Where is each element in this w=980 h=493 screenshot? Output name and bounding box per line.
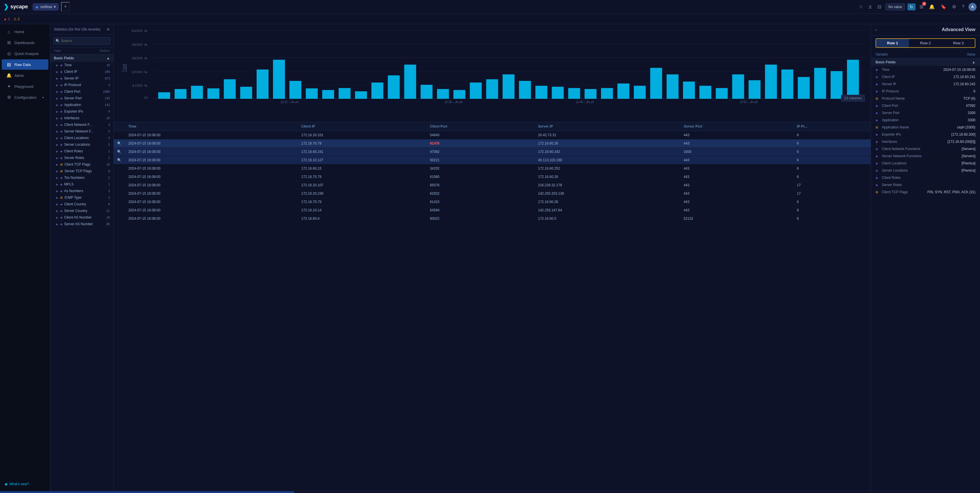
row-expand-cell[interactable]	[114, 190, 125, 198]
stats-row[interactable]: ▶ ◈ As Numbers 2	[50, 188, 113, 195]
stats-row[interactable]: ▶ ◈ Time 10	[50, 62, 113, 69]
row-expand-icon[interactable]: 🔍	[117, 141, 121, 145]
row-expand-cell[interactable]	[114, 173, 125, 181]
table-row[interactable]: 2024-07-15 16:08:00 172.16.10.14 64584 1…	[114, 206, 871, 215]
table-row[interactable]: 🔍 2024-07-15 16:08:00 172.16.60.241 4709…	[114, 148, 871, 156]
avatar[interactable]: A	[969, 3, 977, 11]
alert-red-item[interactable]: ▲ 1	[3, 17, 10, 21]
row-expand-cell[interactable]: 🔍	[114, 139, 125, 148]
row-expand-icon[interactable]: 🔍	[117, 158, 121, 162]
stats-row[interactable]: ▶ ⊞ Server TCP Flags 8	[50, 168, 113, 174]
th-ip-proto[interactable]: IP Pr...	[794, 122, 871, 131]
rp-field-row: ◈ Application 3300	[871, 116, 980, 124]
stats-row[interactable]: ▶ ◈ Client IP 186	[50, 69, 113, 75]
stats-row-count: 8	[108, 203, 110, 206]
notifications-button[interactable]: 🔔	[928, 3, 937, 11]
row-expand-icon[interactable]: 🔍	[117, 150, 121, 154]
stream-button[interactable]: ⊟	[876, 3, 883, 11]
th-server-port[interactable]: Server Port	[680, 122, 793, 131]
svg-rect-13	[158, 92, 170, 99]
stats-row[interactable]: ▶ ◈ Server Network F... 3	[50, 128, 113, 135]
table-row[interactable]: 🔍 2024-07-15 16:08:00 172.16.10.127 5022…	[114, 156, 871, 164]
statistics-search-input[interactable]	[53, 37, 111, 45]
sidebar-item-playground[interactable]: ✦ Playground	[2, 81, 48, 92]
filter-button[interactable]: ⧖	[867, 3, 873, 11]
logo[interactable]: ❯ sycape	[3, 3, 28, 11]
row-expand-cell[interactable]	[114, 131, 125, 139]
svg-text:24-Jul: 24-Jul	[575, 101, 593, 104]
row-expand-cell[interactable]	[114, 181, 125, 190]
columns-badge[interactable]: 13 columns	[841, 95, 865, 102]
bookmark-button[interactable]: 🔖	[939, 3, 948, 11]
nav-tab-netflow[interactable]: ◈ netflow ▾	[32, 3, 59, 11]
refresh-button[interactable]: ↻	[907, 3, 916, 10]
grid-button[interactable]: ⊞ 3	[918, 3, 925, 11]
stats-row[interactable]: ▶ ◈ Client Locations 4	[50, 135, 113, 141]
sidebar-item-dashboards[interactable]: ⊞ Dashboards	[2, 37, 48, 48]
nav-tab-dropdown-icon[interactable]: ▾	[54, 5, 56, 9]
stats-row[interactable]: ▶ ◈ Client Country 8	[50, 201, 113, 207]
stats-row-expand-icon: ▶	[56, 110, 59, 113]
stats-row[interactable]: ▶ ◈ Server IP 973	[50, 75, 113, 82]
table-row[interactable]: 2024-07-15 16:08:00 172.16.60.4 60022 17…	[114, 215, 871, 223]
th-server-ip[interactable]: Server IP	[535, 122, 680, 131]
stats-row[interactable]: ▶ ⊞ ICMP Type 3	[50, 195, 113, 201]
th-client-port[interactable]: Client Port	[426, 122, 535, 131]
rp-field-label: Interfaces	[882, 140, 945, 144]
row-tab-1[interactable]: Row 1	[876, 39, 909, 47]
stats-row[interactable]: ▶ ◈ Server AS Number 85	[50, 221, 113, 228]
stats-row[interactable]: ▶ ◈ MPLS 1	[50, 181, 113, 188]
stats-row[interactable]: ▶ ◈ Application 142	[50, 102, 113, 108]
help-button[interactable]: ?	[960, 3, 966, 11]
table-row[interactable]: 2024-07-15 16:08:00 172.16.60.15 34202 1…	[114, 164, 871, 173]
row-expand-cell[interactable]	[114, 164, 125, 173]
stats-section-basic-fields[interactable]: Basic Fields ▲	[50, 54, 113, 62]
row-expand-cell[interactable]: 🔍	[114, 148, 125, 156]
star-button[interactable]: ☆	[857, 3, 865, 11]
rp-field-value: 3300	[967, 118, 975, 122]
table-row[interactable]: 🔍 2024-07-15 16:08:00 172.16.70.79 61476…	[114, 139, 871, 148]
alert-yellow-item[interactable]: ⚠ 2	[14, 17, 20, 21]
stats-row[interactable]: ▶ ◈ Server Locations 5	[50, 141, 113, 148]
sidebar-item-home[interactable]: ⌂ Home	[2, 27, 48, 37]
stats-row-count: 2	[108, 189, 110, 193]
table-row[interactable]: 2024-07-15 16:08:00 172.16.70.79 61580 1…	[114, 173, 871, 181]
stats-row[interactable]: ▶ ◈ Interfaces 10	[50, 115, 113, 121]
stats-row[interactable]: ▶ ◈ Client Port 1000	[50, 88, 113, 95]
stats-row[interactable]: ▶ ◈ Server Country 21	[50, 207, 113, 214]
table-row[interactable]: 2024-07-15 16:08:00 172.16.20.101 54843 …	[114, 131, 871, 139]
stats-row[interactable]: ▶ ◈ Client Roles 1	[50, 148, 113, 155]
row-expand-cell[interactable]	[114, 198, 125, 206]
stats-row[interactable]: ▶ ◈ Client Network F... 3	[50, 121, 113, 128]
rp-section-basic-fields[interactable]: Basic Fields ▲	[871, 59, 980, 66]
add-tab-button[interactable]: +	[61, 2, 70, 11]
stats-row[interactable]: ▶ ◈ Tos Numbers 2	[50, 174, 113, 181]
row-expand-cell[interactable]	[114, 215, 125, 223]
stats-row[interactable]: ▶ ◈ Client AS Number 19	[50, 214, 113, 221]
statistics-close-button[interactable]: ✕	[107, 27, 110, 32]
sidebar-item-configuration[interactable]: ⚙ Configuration ▾	[2, 92, 48, 102]
rp-field-icon: ⊞	[875, 97, 880, 101]
sidebar-item-raw-data[interactable]: ▤ Raw Data	[2, 59, 48, 70]
stats-row[interactable]: ▶ ◈ Server Port 142	[50, 95, 113, 102]
row-tab-3[interactable]: Row 3	[942, 39, 975, 47]
row-expand-cell[interactable]	[114, 206, 125, 215]
no-value-button[interactable]: No value	[885, 3, 905, 10]
stats-row[interactable]: ▶ ⊞ Client TCP Flags 10	[50, 161, 113, 168]
table-row[interactable]: 2024-07-15 16:08:00 172.16.70.79 61415 1…	[114, 198, 871, 206]
sidebar-item-alerts[interactable]: 🔔 Alerts	[2, 70, 48, 81]
row-tab-2[interactable]: Row 2	[909, 39, 942, 47]
th-client-ip[interactable]: Client IP	[298, 122, 426, 131]
table-row[interactable]: 2024-07-15 16:08:00 172.16.20.239 62922 …	[114, 190, 871, 198]
stats-row[interactable]: ▶ ◈ Exporter IPs 4	[50, 108, 113, 115]
row-expand-cell[interactable]: 🔍	[114, 156, 125, 164]
right-panel-chevron-icon[interactable]: ‹	[875, 27, 877, 32]
sidebar-item-quick-analysis[interactable]: ◎ Quick Analysis	[2, 48, 48, 59]
table-row[interactable]: 2024-07-15 16:08:00 172.16.20.107 65076 …	[114, 181, 871, 190]
settings-button[interactable]: ⚙	[950, 3, 958, 11]
whats-new-button[interactable]: ◉ What's new?	[5, 482, 46, 486]
rp-field-value: [Servers]	[962, 154, 975, 158]
th-time[interactable]: Time	[125, 122, 298, 131]
stats-row[interactable]: ▶ ◈ Server Roles 1	[50, 155, 113, 161]
stats-row[interactable]: ▶ ◈ IP Protocol 3	[50, 82, 113, 88]
